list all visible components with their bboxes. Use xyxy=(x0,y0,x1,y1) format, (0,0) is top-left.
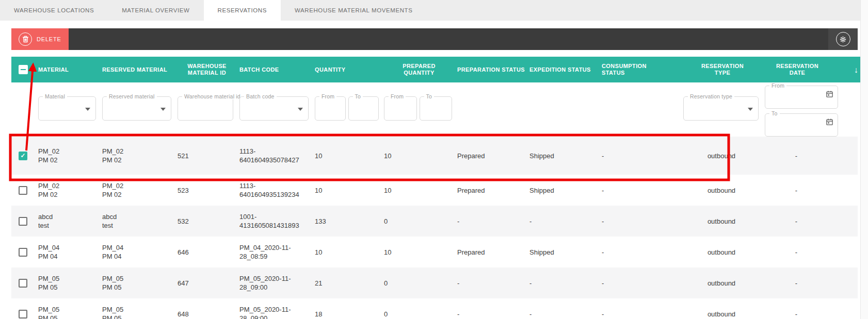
tab-label: MATERIAL OVERVIEW xyxy=(122,7,189,13)
row-checkbox-checked[interactable]: ✓ xyxy=(19,152,27,160)
tab-bar: WAREHOUSE LOCATIONSMATERIAL OVERVIEWRESE… xyxy=(0,0,868,21)
filter-prepared-to-label: To xyxy=(424,93,435,99)
calendar-icon[interactable] xyxy=(826,90,833,100)
row-checkbox[interactable] xyxy=(19,279,27,288)
row-checkbox-cell xyxy=(11,248,38,257)
table-row[interactable]: PM_05 PM 05PM_05 PM 05647PM_05_2020-11- … xyxy=(11,267,858,298)
cell-expedition-status: - xyxy=(529,279,602,288)
calendar-icon[interactable] xyxy=(826,118,833,128)
cell-expedition-status: Shipped xyxy=(529,248,602,257)
filter-quantity-from[interactable]: From xyxy=(315,96,346,121)
cell-expedition-status: Shipped xyxy=(529,152,602,160)
filter-date-to[interactable]: To xyxy=(765,113,838,137)
column-header-label: RESERVED MATERIAL xyxy=(102,66,167,73)
filter-quantity-to[interactable]: To xyxy=(348,96,379,121)
cell-material: PM_04 PM 04 xyxy=(38,243,102,261)
filter-reserved-material[interactable]: Reserved material xyxy=(102,96,171,121)
table-row[interactable]: PM_02 PM 02PM_02 PM 025231113- 640160493… xyxy=(11,175,858,206)
filter-warehouse-material-id[interactable]: Warehouse material id xyxy=(178,96,233,121)
cell-warehouse-material-id: 647 xyxy=(178,279,239,288)
filter-quantity-to-label: To xyxy=(353,93,363,99)
filter-batch-code[interactable]: Batch code xyxy=(239,96,309,121)
table-row[interactable]: PM_04 PM 04PM_04 PM 04646PM_04_2020-11- … xyxy=(11,237,858,267)
cell-reserved-material: PM_02 PM 02 xyxy=(102,147,178,164)
table-settings-button[interactable] xyxy=(828,28,858,50)
cell-quantity: 10 xyxy=(315,186,384,195)
cell-consumption-status: - xyxy=(602,310,683,318)
cell-reservation-date: - xyxy=(765,248,833,257)
filter-prepared-from-label: From xyxy=(389,93,406,99)
column-header-label: RESERVATION DATE xyxy=(770,63,824,76)
cell-reservation-type: outbound xyxy=(683,152,765,160)
cell-batch-code: 1001- 4131605081431893 xyxy=(239,212,315,230)
tab-label: RESERVATIONS xyxy=(218,7,267,13)
column-header-preparation-status[interactable]: PREPARATION STATUS xyxy=(457,66,529,73)
cell-preparation-status: Prepared xyxy=(457,152,529,160)
cell-prepared-quantity: 0 xyxy=(384,310,457,318)
chevron-down-icon xyxy=(298,108,303,111)
trash-icon xyxy=(19,32,32,46)
table-row[interactable]: ✓PM_02 PM 02PM_02 PM 025211113- 64016049… xyxy=(11,137,858,175)
tab-material-overview[interactable]: MATERIAL OVERVIEW xyxy=(108,0,203,21)
row-checkbox[interactable] xyxy=(19,186,27,195)
column-header-reserved-material[interactable]: RESERVED MATERIAL xyxy=(102,66,178,73)
cell-reservation-date: - xyxy=(765,310,833,318)
delete-button-label: DELETE xyxy=(37,36,61,42)
column-header-label: CONSUMPTION STATUS xyxy=(602,63,655,76)
select-all-cell xyxy=(11,65,38,74)
row-checkbox[interactable] xyxy=(19,248,27,257)
cell-quantity: 10 xyxy=(315,248,384,257)
cell-reservation-date: - xyxy=(765,152,833,160)
filter-batch-code-label: Batch code xyxy=(244,93,277,99)
column-header-consumption-status[interactable]: CONSUMPTION STATUS xyxy=(602,63,683,76)
selection-toolbar: DELETE xyxy=(11,28,858,50)
column-header-prepared-quantity[interactable]: PREPARED QUANTITY xyxy=(384,63,457,76)
cell-quantity: 21 xyxy=(315,279,384,288)
column-header-batch-code[interactable]: BATCH CODE xyxy=(239,66,315,73)
column-header-reservation-date[interactable]: RESERVATION DATE xyxy=(765,63,833,76)
row-checkbox[interactable] xyxy=(19,217,27,226)
column-header-warehouse-material-id[interactable]: WAREHOUSE MATERIAL ID xyxy=(178,63,239,76)
tab-label: WAREHOUSE MATERIAL MOVEMENTS xyxy=(295,7,413,13)
cell-material: PM_02 PM 02 xyxy=(38,181,102,199)
scrollbar-track[interactable] xyxy=(860,0,868,319)
cell-batch-code: PM_04_2020-11- 28_08:59 xyxy=(239,243,315,261)
column-header-label: RESERVATION TYPE xyxy=(696,63,749,76)
select-all-checkbox[interactable] xyxy=(19,65,28,74)
tab-warehouse-locations[interactable]: WAREHOUSE LOCATIONS xyxy=(0,0,108,21)
cell-consumption-status: - xyxy=(602,152,683,160)
filter-date-to-label: To xyxy=(769,110,780,116)
column-header-reservation-type[interactable]: RESERVATION TYPE xyxy=(683,63,765,76)
table-row[interactable]: PM_05 PM 05PM_05 PM 05648PM_05_2020-11- … xyxy=(11,298,858,319)
cell-reserved-material: PM_02 PM 02 xyxy=(102,181,178,199)
column-header-quantity[interactable]: QUANTITY xyxy=(315,66,384,73)
column-header-material[interactable]: MATERIAL xyxy=(38,66,102,73)
table-row[interactable]: abcd testabcd test5321001- 4131605081431… xyxy=(11,206,858,237)
cell-preparation-status: - xyxy=(457,310,529,318)
tab-warehouse-material-movements[interactable]: WAREHOUSE MATERIAL MOVEMENTS xyxy=(281,0,427,21)
cell-prepared-quantity: 10 xyxy=(384,186,457,195)
column-header-expedition-status[interactable]: EXPEDITION STATUS xyxy=(529,66,602,73)
column-header-label: MATERIAL xyxy=(38,66,69,73)
row-checkbox[interactable] xyxy=(19,310,27,318)
row-checkbox-cell xyxy=(11,279,38,288)
cell-batch-code: PM_05_2020-11- 28_09:00 xyxy=(239,305,315,319)
filter-prepared-to[interactable]: To xyxy=(420,96,453,121)
cell-reserved-material: PM_05 PM 05 xyxy=(102,305,178,319)
filter-prepared-from[interactable]: From xyxy=(384,96,417,121)
column-header-label: WAREHOUSE MATERIAL ID xyxy=(180,63,234,76)
filter-quantity-from-label: From xyxy=(319,93,336,99)
cell-consumption-status: - xyxy=(602,186,683,195)
chevron-down-icon xyxy=(748,108,753,111)
tab-reservations[interactable]: RESERVATIONS xyxy=(204,0,281,21)
delete-button[interactable]: DELETE xyxy=(11,28,69,50)
cell-expedition-status: - xyxy=(529,217,602,226)
cell-quantity: 10 xyxy=(315,152,384,160)
filter-prepared-quantity-range: From To xyxy=(384,82,452,137)
filter-date-from[interactable]: From xyxy=(765,86,838,109)
filter-reservation-type-label: Reservation type xyxy=(688,93,734,99)
filter-reservation-type[interactable]: Reservation type xyxy=(683,96,759,121)
cell-material: PM_05 PM 05 xyxy=(38,274,102,292)
cell-quantity: 18 xyxy=(315,310,384,318)
filter-material[interactable]: Material xyxy=(38,96,96,121)
